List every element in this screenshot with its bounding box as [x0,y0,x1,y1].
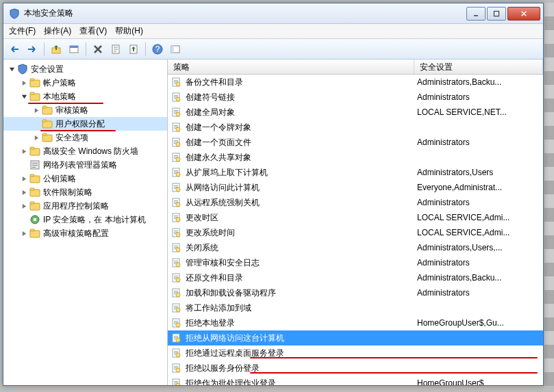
policy-name: 从远程系统强制关机 [186,197,260,209]
title-bar[interactable]: 本地安全策略 [3,3,543,24]
policy-setting: Administrators,Backu... [414,77,543,87]
policy-row[interactable]: 还原文件和目录Administrators,Backu... [168,270,543,285]
pane-button[interactable] [167,41,184,57]
forward-button[interactable] [24,41,40,57]
menu-view[interactable]: 查看(V) [79,25,107,37]
tree-item-local[interactable]: 本地策略 [3,90,167,103]
policy-row[interactable]: 拒绝以服务身份登录 [168,361,543,376]
policy-setting: Administrators,Backu... [414,273,543,283]
policy-setting: LOCAL SERVICE,NET... [414,107,543,117]
policy-icon [171,272,181,283]
policy-row[interactable]: 加载和卸载设备驱动程序Administrators [168,285,543,300]
policy-row[interactable]: 备份文件和目录Administrators,Backu... [168,75,543,90]
policy-row[interactable]: 拒绝通过远程桌面服务登录 [168,345,543,361]
policy-row[interactable]: 拒绝本地登录HomeGroupUser$,Gu... [168,315,543,330]
tree-expander-icon[interactable] [31,105,42,116]
close-button[interactable] [507,7,540,21]
properties-button[interactable] [66,41,82,57]
tree-spacer [31,118,42,129]
toolbar [3,39,543,60]
policy-icon [171,227,181,238]
tree-expander-icon[interactable] [18,228,29,239]
policy-row[interactable]: 从远程系统强制关机Administrators [168,195,543,210]
tree-item-audit[interactable]: 审核策略 [3,103,167,117]
tree-expander-icon[interactable] [18,173,29,184]
tree-pane[interactable]: 安全设置帐户策略本地策略审核策略用户权限分配安全选项高级安全 Windows 防… [3,60,168,385]
folder-icon [29,173,40,184]
tree-item-root[interactable]: 安全设置 [3,62,167,76]
tree-item-secopt[interactable]: 安全选项 [3,131,167,144]
up-button[interactable] [48,41,64,57]
list-body[interactable]: 备份文件和目录Administrators,Backu...创建符号链接Admi… [168,75,543,385]
tree-item-wf[interactable]: 高级安全 Windows 防火墙 [3,144,167,158]
tree-item-pk[interactable]: 公钥策略 [3,172,167,185]
help-button[interactable] [149,41,166,57]
list-header[interactable]: 策略 安全设置 [168,60,543,75]
policy-name: 拒绝本地登录 [186,317,235,329]
policy-row[interactable]: 管理审核和安全日志Administrators [168,255,543,270]
policy-row[interactable]: 关闭系统Administrators,Users,... [168,240,543,255]
policy-name: 创建全局对象 [186,107,235,118]
maximize-button[interactable] [487,7,506,21]
policy-row[interactable]: 从扩展坞上取下计算机Administrators,Users [168,165,543,180]
tree-item-ura[interactable]: 用户权限分配 [3,117,167,131]
menu-file[interactable]: 文件(F) [9,25,36,37]
policy-setting: Administrators [414,92,543,102]
policy-name: 备份文件和目录 [186,77,243,88]
tree-item-acct[interactable]: 帐户策略 [3,76,167,90]
tree-spacer [18,214,29,225]
policy-row[interactable]: 创建符号链接Administrators [168,90,543,105]
minimize-button[interactable] [466,7,486,21]
tree-item-app[interactable]: 应用程序控制策略 [3,199,167,213]
tree-expander-icon[interactable] [18,77,29,88]
column-policy[interactable]: 策略 [168,60,414,74]
policy-row[interactable]: 创建永久共享对象 [168,150,543,165]
policy-setting: Administrators [414,198,543,207]
tree-expander-icon[interactable] [18,187,29,198]
policy-name: 拒绝以服务身份登录 [186,363,260,374]
refresh-button[interactable] [108,41,124,57]
tree-expander-icon[interactable] [6,64,17,75]
back-button[interactable] [6,41,23,57]
menu-help[interactable]: 帮助(H) [115,25,143,37]
policy-row[interactable]: 更改系统时间LOCAL SERVICE,Admi... [168,225,543,240]
tree-item-label: 本地策略 [43,91,76,103]
tree-item-ipsec[interactable]: IP 安全策略，在 本地计算机 [3,213,167,226]
export-button[interactable] [125,41,142,57]
policy-name: 创建永久共享对象 [186,152,251,164]
window-title: 本地安全策略 [24,8,466,19]
tree-item-label: 公钥策略 [43,173,76,185]
policy-icon [171,212,181,223]
policy-row[interactable]: 更改时区LOCAL SERVICE,Admi... [168,210,543,225]
tree-item-nlm[interactable]: 网络列表管理器策略 [3,158,167,172]
policy-icon [171,197,181,208]
policy-name: 从网络访问此计算机 [186,182,260,194]
policy-setting: Administrators,Users [414,168,543,177]
policy-row[interactable]: 创建一个页面文件Administrators [168,135,543,150]
policy-row[interactable]: 创建一个令牌对象 [168,120,543,135]
policy-setting: LOCAL SERVICE,Admi... [414,228,543,237]
tree-item-adv[interactable]: 高级审核策略配置 [3,226,167,240]
toolbar-separator [145,42,146,56]
policy-row[interactable]: 创建全局对象LOCAL SERVICE,NET... [168,105,543,120]
tree-expander-icon[interactable] [18,146,29,157]
list-pane: 策略 安全设置 备份文件和目录Administrators,Backu...创建… [168,60,543,385]
delete-button[interactable] [90,41,106,57]
menu-action[interactable]: 操作(A) [44,25,71,37]
tree-spacer [18,159,29,170]
tree-expander-icon[interactable] [18,91,29,102]
policy-row[interactable]: 从网络访问此计算机Everyone,Administrat... [168,180,543,195]
policy-row[interactable]: 拒绝作为批处理作业登录HomeGroupUser$ [168,376,543,385]
tree-expander-icon[interactable] [18,200,29,211]
folder-icon [29,200,40,211]
tree-item-srp[interactable]: 软件限制策略 [3,185,167,199]
policy-row[interactable]: 将工作站添加到域 [168,300,543,315]
policy-setting: Administrators [414,288,543,298]
policy-icon [171,257,181,268]
policy-icon [171,332,181,343]
tree-expander-icon[interactable] [31,132,42,143]
column-setting[interactable]: 安全设置 [414,60,543,74]
policy-row[interactable]: 拒绝从网络访问这台计算机 [168,330,543,345]
window-controls [466,7,540,21]
policy-setting: HomeGroupUser$,Gu... [414,318,543,328]
